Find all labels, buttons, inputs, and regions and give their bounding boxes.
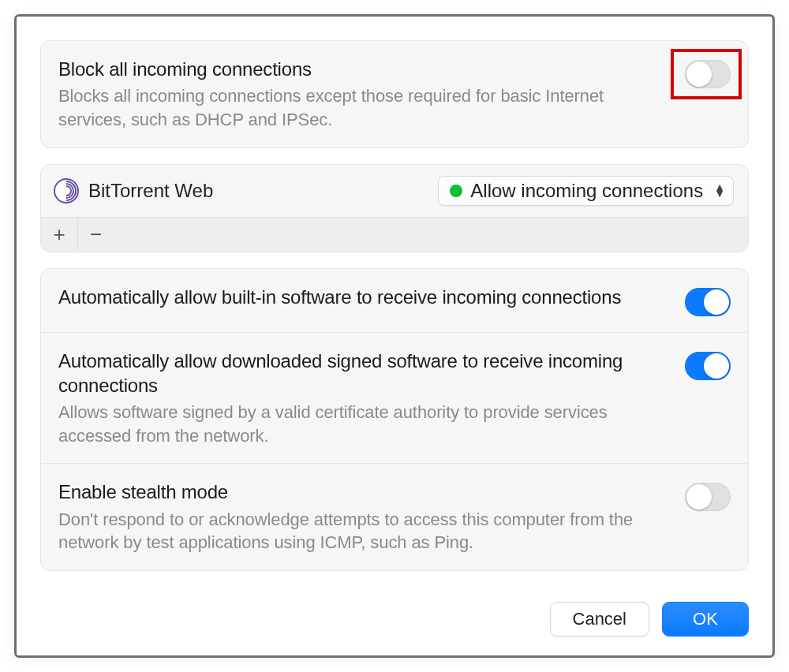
options-panel: Automatically allow built-in software to… <box>40 268 749 571</box>
block-all-highlight <box>671 49 742 99</box>
block-all-desc: Blocks all incoming connections except t… <box>58 84 661 131</box>
toggle-knob <box>704 353 729 379</box>
block-all-panel: Block all incoming connections Blocks al… <box>40 40 749 148</box>
toggle-knob <box>686 62 712 87</box>
allow-builtin-title: Automatically allow built-in software to… <box>58 285 661 309</box>
firewall-options-dialog: Block all incoming connections Blocks al… <box>14 14 775 658</box>
status-dot-icon <box>450 185 462 197</box>
add-app-button[interactable]: + <box>41 218 77 252</box>
stealth-mode-toggle[interactable] <box>685 483 731 511</box>
allow-signed-title: Automatically allow downloaded signed so… <box>58 349 661 398</box>
remove-app-button[interactable]: − <box>77 218 114 252</box>
block-all-toggle[interactable] <box>685 60 731 88</box>
add-remove-bar: + − <box>41 217 748 252</box>
app-permission-label: Allow incoming connections <box>470 180 703 202</box>
app-permission-select[interactable]: Allow incoming connections ▲▼ <box>438 176 734 206</box>
toggle-knob <box>686 484 712 510</box>
allow-signed-desc: Allows software signed by a valid certif… <box>58 401 661 447</box>
stealth-mode-desc: Don't respond to or acknowledge attempts… <box>58 508 661 554</box>
dialog-footer: Cancel OK <box>40 602 749 637</box>
allow-builtin-toggle[interactable] <box>685 288 731 316</box>
block-all-title: Block all incoming connections <box>58 57 661 81</box>
bittorrent-icon <box>52 177 80 205</box>
toggle-knob <box>704 289 729 315</box>
ok-button[interactable]: OK <box>662 602 749 637</box>
app-name: BitTorrent Web <box>88 180 438 202</box>
app-list-panel: BitTorrent Web Allow incoming connection… <box>40 164 749 252</box>
allow-signed-toggle[interactable] <box>685 352 731 380</box>
svg-point-0 <box>54 179 78 203</box>
cancel-button[interactable]: Cancel <box>550 602 649 637</box>
chevron-updown-icon: ▲▼ <box>714 185 725 196</box>
stealth-mode-title: Enable stealth mode <box>58 480 661 504</box>
app-row: BitTorrent Web Allow incoming connection… <box>41 165 748 217</box>
